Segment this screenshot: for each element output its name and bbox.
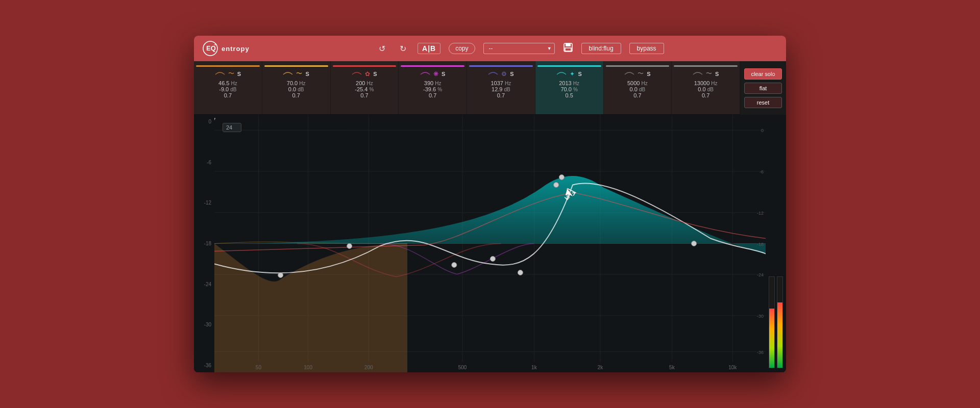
vu-meters — [766, 115, 786, 372]
band-3-icons: ✿S — [352, 69, 377, 78]
band-8-curve-icon — [693, 69, 703, 78]
band-3-q: 0.7 — [360, 92, 368, 98]
band-5-icons: ⚙S — [488, 69, 513, 78]
eq-canvas[interactable] — [214, 115, 766, 372]
band-8-icons: 〜S — [693, 69, 719, 78]
db-label-neg36: -36 — [194, 363, 214, 368]
toolbar-center: ↺ ↻ A|B copy -- blind:flug bypass — [262, 42, 778, 56]
preset-dropdown[interactable]: -- — [483, 43, 555, 54]
band-1-icons: 〜S — [215, 69, 241, 78]
band-6[interactable]: ✦S2013 Hz70.0 %0.5 — [535, 61, 604, 114]
vu-right — [777, 276, 783, 368]
band-7-icons: 〜S — [624, 69, 650, 78]
band-5[interactable]: ⚙S1037 Hz12.9 dB0.7 — [467, 61, 535, 114]
band-4-color-indicator — [401, 65, 464, 67]
copy-button[interactable]: copy — [449, 43, 475, 54]
clear-solo-button[interactable]: clear solo — [744, 68, 782, 80]
band-3-gain: -25.4 % — [355, 86, 374, 92]
db-label-neg6: -6 — [194, 160, 214, 165]
band-2-color-indicator — [264, 65, 328, 67]
band-8-gain: 0.0 dB — [698, 86, 714, 92]
band-4-type-icon: ❋ — [433, 70, 438, 78]
svg-rect-4 — [566, 43, 571, 46]
reset-button[interactable]: reset — [744, 97, 782, 108]
preset-name-button[interactable]: blind:flug — [581, 43, 621, 54]
band-1-type-icon: 〜 — [228, 69, 234, 78]
band-6-solo-button[interactable]: S — [578, 71, 581, 77]
band-7-gain: 0.0 dB — [630, 86, 646, 92]
band-strip: 〜S46.5 Hz-9.0 dB0.7〜S70.0 Hz0.0 dB0.7✿S2… — [194, 61, 740, 115]
redo-button[interactable]: ↻ — [397, 42, 409, 56]
band-1-solo-button[interactable]: S — [237, 71, 241, 77]
band-5-freq: 1037 Hz — [491, 80, 511, 86]
band-3[interactable]: ✿S200 Hz-25.4 %0.7 — [331, 61, 399, 114]
band-4-freq: 390 Hz — [424, 80, 442, 86]
ab-button[interactable]: A|B — [418, 43, 440, 54]
band-7-solo-button[interactable]: S — [647, 71, 650, 77]
band-8-color-indicator — [674, 65, 738, 67]
app-title: entropy — [222, 45, 250, 53]
band-2-icons: 〜S — [283, 69, 309, 78]
band-3-color-indicator — [333, 65, 397, 67]
band-2-q: 0.7 — [292, 92, 300, 98]
save-button[interactable] — [563, 42, 573, 55]
band-2[interactable]: 〜S70.0 Hz0.0 dB0.7 — [262, 61, 331, 114]
band-4[interactable]: ❋S390 Hz-39.6 %0.7 — [399, 61, 467, 114]
band-2-type-icon: 〜 — [296, 69, 302, 78]
band-3-freq: 200 Hz — [356, 80, 373, 86]
top-bar: EQ + entropy ↺ ↻ A|B copy -- — [194, 36, 786, 61]
band-7-q: 0.7 — [633, 92, 641, 98]
band-7-type-icon: 〜 — [638, 69, 644, 78]
db-label-neg18: -18 — [194, 241, 214, 246]
band-6-type-icon: ✦ — [570, 70, 575, 78]
band-7-freq: 5000 Hz — [627, 80, 648, 86]
band-5-solo-button[interactable]: S — [510, 71, 513, 77]
band-7-curve-icon — [624, 69, 634, 78]
band-1-curve-icon — [215, 69, 225, 78]
band-6-icons: ✦S — [556, 69, 581, 78]
side-controls: clear solo flat reset — [740, 61, 786, 115]
eq-canvas-area: 24 12 48 — [214, 115, 766, 372]
flat-button[interactable]: flat — [744, 83, 782, 94]
band-6-gain: 70.0 % — [560, 86, 577, 92]
undo-button[interactable]: ↺ — [376, 42, 388, 56]
band-1-color-indicator — [196, 65, 260, 67]
band-2-curve-icon — [283, 69, 293, 78]
db-label-neg30: -30 — [194, 322, 214, 327]
band-6-freq: 2013 Hz — [559, 80, 579, 86]
db-labels: 0 -6 -12 -18 -24 -30 -36 — [194, 115, 214, 372]
band-5-gain: 12.9 dB — [492, 86, 510, 92]
band-4-solo-button[interactable]: S — [442, 71, 445, 77]
band-6-color-indicator — [537, 65, 601, 67]
band-5-color-indicator — [469, 65, 533, 67]
svg-rect-5 — [565, 48, 571, 51]
eq-display: 0 -6 -12 -18 -24 -30 -36 24 12 48 — [194, 115, 786, 372]
vu-left — [769, 276, 775, 368]
band-4-q: 0.7 — [429, 92, 436, 98]
plugin-window: EQ + entropy ↺ ↻ A|B copy -- — [194, 36, 786, 372]
band-4-curve-icon — [420, 69, 430, 78]
bypass-button[interactable]: bypass — [629, 43, 664, 54]
band-5-type-icon: ⚙ — [501, 70, 507, 78]
band-3-type-icon: ✿ — [365, 70, 370, 78]
db-label-0: 0 — [194, 119, 214, 124]
band-8-type-icon: 〜 — [706, 69, 712, 78]
band-8[interactable]: 〜S13000 Hz0.0 dB0.7 — [672, 61, 740, 114]
zoom-selector[interactable]: 24 12 48 — [223, 123, 241, 132]
band-7[interactable]: 〜S5000 Hz0.0 dB0.7 — [604, 61, 672, 114]
band-3-solo-button[interactable]: S — [373, 71, 377, 77]
band-7-color-indicator — [606, 65, 670, 67]
band-section: 〜S46.5 Hz-9.0 dB0.7〜S70.0 Hz0.0 dB0.7✿S2… — [194, 61, 786, 115]
band-2-freq: 70.0 Hz — [287, 80, 306, 86]
band-5-curve-icon — [488, 69, 498, 78]
band-1[interactable]: 〜S46.5 Hz-9.0 dB0.7 — [194, 61, 262, 114]
band-2-solo-button[interactable]: S — [305, 71, 309, 77]
db-label-neg12: -12 — [194, 200, 214, 206]
band-3-curve-icon — [352, 69, 362, 78]
band-4-gain: -39.6 % — [423, 86, 442, 92]
db-label-neg24: -24 — [194, 282, 214, 287]
band-8-solo-button[interactable]: S — [715, 71, 719, 77]
band-4-icons: ❋S — [420, 69, 445, 78]
logo-icon: EQ + — [202, 40, 218, 57]
preset-dropdown-wrap: -- — [483, 43, 555, 54]
